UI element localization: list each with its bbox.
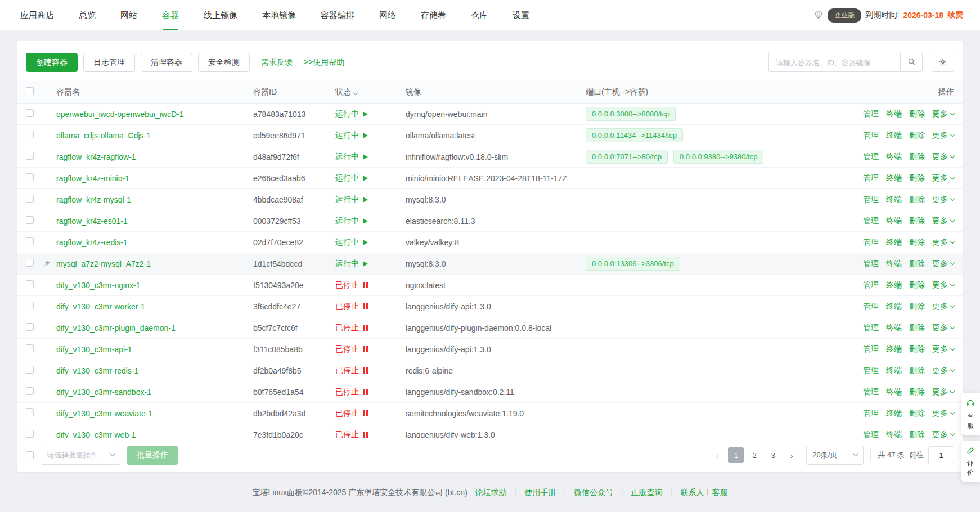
row-action-delete[interactable]: 删除: [909, 237, 925, 248]
select-all-checkbox[interactable]: [26, 87, 34, 95]
row-checkbox[interactable]: [26, 109, 34, 117]
page-button-3[interactable]: 3: [765, 447, 781, 463]
row-action-terminal[interactable]: 终端: [886, 280, 902, 290]
batch-select-all-checkbox[interactable]: [26, 451, 34, 459]
row-action-more[interactable]: 更多: [932, 323, 954, 333]
help-link[interactable]: >>使用帮助: [304, 57, 344, 68]
footer-link-1[interactable]: 使用手册: [524, 488, 556, 498]
row-action-delete[interactable]: 删除: [909, 387, 925, 397]
nav-item-9[interactable]: 仓库: [471, 0, 488, 30]
row-checkbox[interactable]: [26, 344, 34, 352]
row-checkbox[interactable]: [26, 323, 34, 331]
row-action-more[interactable]: 更多: [932, 109, 954, 119]
row-action-manage[interactable]: 管理: [863, 387, 879, 397]
row-action-delete[interactable]: 删除: [909, 408, 925, 419]
batch-action-select[interactable]: 请选择批量操作: [41, 446, 120, 465]
create-container-button[interactable]: 创建容器: [26, 53, 78, 72]
row-action-delete[interactable]: 删除: [909, 152, 925, 162]
row-action-delete[interactable]: 删除: [909, 216, 925, 226]
row-action-terminal[interactable]: 终端: [886, 323, 902, 333]
container-name-link[interactable]: ragflow_kr4z-minio-1: [56, 174, 253, 183]
nav-item-6[interactable]: 容器编排: [321, 0, 354, 30]
container-name-link[interactable]: dify_v130_c3mr-nginx-1: [56, 281, 253, 290]
row-action-more[interactable]: 更多: [932, 366, 954, 376]
customer-service-widget[interactable]: 客服: [961, 393, 980, 435]
prev-page-button[interactable]: ‹: [709, 447, 725, 463]
row-action-more[interactable]: 更多: [932, 344, 954, 354]
row-checkbox[interactable]: [26, 280, 34, 288]
feedback-link[interactable]: 需求反馈: [261, 57, 293, 68]
container-name-link[interactable]: ragflow_kr4z-ragflow-1: [56, 152, 253, 161]
row-action-more[interactable]: 更多: [932, 131, 954, 141]
container-name-link[interactable]: mysql_a7z2-mysql_A7z2-1: [56, 259, 253, 268]
search-input[interactable]: [768, 53, 900, 72]
row-action-manage[interactable]: 管理: [863, 280, 879, 290]
goto-page-input[interactable]: [928, 446, 954, 464]
row-action-more[interactable]: 更多: [932, 152, 954, 162]
batch-apply-button[interactable]: 批量操作: [127, 446, 178, 465]
row-action-more[interactable]: 更多: [932, 237, 954, 248]
row-action-manage[interactable]: 管理: [863, 366, 879, 376]
row-action-more[interactable]: 更多: [932, 387, 954, 397]
row-checkbox[interactable]: [26, 195, 34, 203]
row-action-manage[interactable]: 管理: [863, 109, 879, 119]
row-action-manage[interactable]: 管理: [863, 216, 879, 226]
page-button-2[interactable]: 2: [747, 447, 762, 463]
row-action-manage[interactable]: 管理: [863, 131, 879, 141]
next-page-button[interactable]: ›: [784, 447, 799, 463]
container-name-link[interactable]: ragflow_kr4z-mysql-1: [56, 195, 253, 204]
row-action-delete[interactable]: 删除: [909, 131, 925, 141]
page-button-1[interactable]: 1: [728, 447, 744, 463]
container-name-link[interactable]: dify_v130_c3mr-sandbox-1: [56, 388, 253, 397]
row-action-terminal[interactable]: 终端: [886, 387, 902, 397]
footer-link-4[interactable]: 联系人工客服: [680, 488, 727, 498]
row-action-terminal[interactable]: 终端: [886, 366, 902, 376]
row-action-terminal[interactable]: 终端: [886, 344, 902, 354]
container-name-link[interactable]: dify_v130_c3mr-worker-1: [56, 302, 253, 311]
row-action-manage[interactable]: 管理: [863, 173, 879, 183]
nav-item-1[interactable]: 总览: [79, 0, 96, 30]
row-action-delete[interactable]: 删除: [909, 259, 925, 269]
row-action-manage[interactable]: 管理: [863, 408, 879, 419]
row-action-delete[interactable]: 删除: [909, 302, 925, 312]
nav-item-2[interactable]: 网站: [120, 0, 137, 30]
row-action-terminal[interactable]: 终端: [886, 173, 902, 183]
row-action-more[interactable]: 更多: [932, 408, 954, 419]
row-checkbox[interactable]: [26, 387, 34, 395]
row-checkbox[interactable]: [26, 131, 34, 138]
row-checkbox[interactable]: [26, 216, 34, 224]
row-action-terminal[interactable]: 终端: [886, 259, 902, 269]
row-action-more[interactable]: 更多: [932, 280, 954, 290]
container-name-link[interactable]: ollama_cdjs-ollama_Cdjs-1: [56, 131, 253, 140]
row-action-more[interactable]: 更多: [932, 216, 954, 226]
container-name-link[interactable]: ragflow_kr4z-es01-1: [56, 217, 253, 226]
row-action-terminal[interactable]: 终端: [886, 408, 902, 419]
row-action-delete[interactable]: 删除: [909, 280, 925, 290]
row-action-delete[interactable]: 删除: [909, 344, 925, 354]
row-action-delete[interactable]: 删除: [909, 430, 925, 438]
row-action-more[interactable]: 更多: [932, 259, 954, 269]
nav-item-5[interactable]: 本地镜像: [262, 0, 296, 30]
footer-link-0[interactable]: 论坛求助: [475, 488, 507, 498]
container-name-link[interactable]: ragflow_kr4z-redis-1: [56, 238, 253, 247]
row-checkbox[interactable]: [26, 430, 34, 438]
nav-item-10[interactable]: 设置: [513, 0, 529, 30]
row-action-terminal[interactable]: 终端: [886, 195, 902, 205]
row-action-delete[interactable]: 删除: [909, 366, 925, 376]
row-action-delete[interactable]: 删除: [909, 195, 925, 205]
row-action-delete[interactable]: 删除: [909, 173, 925, 183]
nav-item-3[interactable]: 容器: [162, 0, 179, 30]
row-action-more[interactable]: 更多: [932, 430, 954, 438]
row-checkbox[interactable]: [26, 152, 34, 160]
settings-button[interactable]: [932, 53, 954, 72]
header-status[interactable]: 状态: [335, 87, 406, 97]
container-name-link[interactable]: openwebui_iwcd-openwebui_iwcD-1: [56, 110, 253, 119]
nav-item-0[interactable]: 应用商店: [20, 0, 54, 30]
row-action-manage[interactable]: 管理: [863, 430, 879, 438]
row-action-delete[interactable]: 删除: [909, 323, 925, 333]
row-action-more[interactable]: 更多: [932, 173, 954, 183]
row-action-terminal[interactable]: 终端: [886, 302, 902, 312]
row-checkbox[interactable]: [26, 302, 34, 309]
clean-container-button[interactable]: 清理容器: [141, 53, 192, 72]
container-name-link[interactable]: dify_v130_c3mr-web-1: [56, 430, 253, 438]
